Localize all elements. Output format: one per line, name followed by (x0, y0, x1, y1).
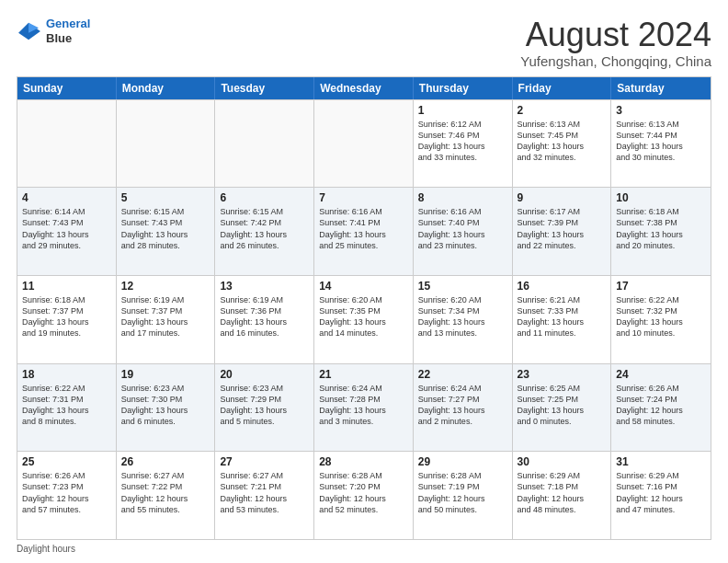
day-info: Sunrise: 6:28 AM Sunset: 7:19 PM Dayligh… (418, 470, 507, 515)
main-title: August 2024 (520, 17, 711, 53)
day-number: 21 (319, 368, 408, 381)
day-info: Sunrise: 6:18 AM Sunset: 7:37 PM Dayligh… (22, 294, 111, 339)
day-number: 3 (616, 104, 706, 117)
day-number: 26 (121, 455, 210, 468)
day-info: Sunrise: 6:20 AM Sunset: 7:35 PM Dayligh… (319, 294, 408, 339)
day-number: 7 (319, 191, 408, 204)
day-cell-15: 15Sunrise: 6:20 AM Sunset: 7:34 PM Dayli… (414, 276, 513, 363)
day-number: 17 (616, 280, 706, 293)
day-cell-5: 5Sunrise: 6:15 AM Sunset: 7:43 PM Daylig… (117, 188, 216, 275)
day-number: 22 (418, 368, 507, 381)
day-number: 12 (121, 280, 210, 293)
page: General Blue August 2024 Yufengshan, Cho… (0, 0, 728, 563)
day-info: Sunrise: 6:16 AM Sunset: 7:41 PM Dayligh… (319, 206, 408, 251)
calendar-week-5: 25Sunrise: 6:26 AM Sunset: 7:23 PM Dayli… (17, 451, 711, 539)
day-info: Sunrise: 6:24 AM Sunset: 7:27 PM Dayligh… (418, 383, 507, 428)
day-cell-13: 13Sunrise: 6:19 AM Sunset: 7:36 PM Dayli… (215, 276, 314, 363)
weekday-header-tuesday: Tuesday (215, 77, 314, 99)
day-info: Sunrise: 6:26 AM Sunset: 7:23 PM Dayligh… (22, 470, 111, 515)
day-cell-16: 16Sunrise: 6:21 AM Sunset: 7:33 PM Dayli… (513, 276, 612, 363)
day-number: 2 (518, 104, 607, 117)
day-number: 25 (22, 455, 111, 468)
day-info: Sunrise: 6:15 AM Sunset: 7:43 PM Dayligh… (121, 206, 210, 251)
day-number: 9 (518, 191, 607, 204)
day-info: Sunrise: 6:16 AM Sunset: 7:40 PM Dayligh… (418, 206, 507, 251)
weekday-header-wednesday: Wednesday (314, 77, 414, 99)
day-cell-7: 7Sunrise: 6:16 AM Sunset: 7:41 PM Daylig… (314, 188, 414, 275)
weekday-header-thursday: Thursday (414, 77, 513, 99)
calendar: SundayMondayTuesdayWednesdayThursdayFrid… (17, 76, 711, 540)
day-cell-27: 27Sunrise: 6:27 AM Sunset: 7:21 PM Dayli… (215, 452, 314, 539)
logo-line1: General (46, 17, 90, 30)
day-info: Sunrise: 6:18 AM Sunset: 7:38 PM Dayligh… (616, 206, 706, 251)
day-cell-20: 20Sunrise: 6:23 AM Sunset: 7:29 PM Dayli… (215, 364, 314, 452)
day-info: Sunrise: 6:21 AM Sunset: 7:33 PM Dayligh… (518, 294, 607, 339)
day-cell-25: 25Sunrise: 6:26 AM Sunset: 7:23 PM Dayli… (17, 452, 117, 539)
day-info: Sunrise: 6:12 AM Sunset: 7:46 PM Dayligh… (418, 119, 507, 164)
day-cell-21: 21Sunrise: 6:24 AM Sunset: 7:28 PM Dayli… (314, 364, 414, 452)
day-number: 1 (418, 104, 507, 117)
day-info: Sunrise: 6:22 AM Sunset: 7:32 PM Dayligh… (616, 294, 706, 339)
weekday-header-monday: Monday (117, 77, 216, 99)
day-cell-4: 4Sunrise: 6:14 AM Sunset: 7:43 PM Daylig… (17, 188, 117, 275)
day-cell-19: 19Sunrise: 6:23 AM Sunset: 7:30 PM Dayli… (117, 364, 216, 452)
day-info: Sunrise: 6:24 AM Sunset: 7:28 PM Dayligh… (319, 383, 408, 428)
logo: General Blue (17, 17, 90, 45)
calendar-header: SundayMondayTuesdayWednesdayThursdayFrid… (17, 77, 711, 99)
day-number: 27 (220, 455, 309, 468)
day-cell-3: 3Sunrise: 6:13 AM Sunset: 7:44 PM Daylig… (611, 100, 711, 188)
day-cell-29: 29Sunrise: 6:28 AM Sunset: 7:19 PM Dayli… (414, 452, 513, 539)
day-cell-12: 12Sunrise: 6:19 AM Sunset: 7:37 PM Dayli… (117, 276, 216, 363)
calendar-week-2: 4Sunrise: 6:14 AM Sunset: 7:43 PM Daylig… (17, 187, 711, 275)
day-cell-31: 31Sunrise: 6:29 AM Sunset: 7:16 PM Dayli… (611, 452, 711, 539)
weekday-header-sunday: Sunday (17, 77, 117, 99)
day-number: 10 (616, 191, 706, 204)
day-number: 18 (22, 368, 111, 381)
day-info: Sunrise: 6:29 AM Sunset: 7:18 PM Dayligh… (518, 470, 607, 515)
day-cell-26: 26Sunrise: 6:27 AM Sunset: 7:22 PM Dayli… (117, 452, 216, 539)
day-number: 23 (518, 368, 607, 381)
day-info: Sunrise: 6:14 AM Sunset: 7:43 PM Dayligh… (22, 206, 111, 251)
day-info: Sunrise: 6:13 AM Sunset: 7:45 PM Dayligh… (518, 119, 607, 164)
title-block: August 2024 Yufengshan, Chongqing, China (520, 17, 711, 69)
day-info: Sunrise: 6:19 AM Sunset: 7:36 PM Dayligh… (220, 294, 309, 339)
day-number: 8 (418, 191, 507, 204)
subtitle: Yufengshan, Chongqing, China (520, 53, 711, 69)
empty-cell (17, 100, 117, 188)
day-info: Sunrise: 6:23 AM Sunset: 7:30 PM Dayligh… (121, 383, 210, 428)
day-cell-30: 30Sunrise: 6:29 AM Sunset: 7:18 PM Dayli… (513, 452, 612, 539)
day-cell-28: 28Sunrise: 6:28 AM Sunset: 7:20 PM Dayli… (314, 452, 414, 539)
calendar-week-1: 1Sunrise: 6:12 AM Sunset: 7:46 PM Daylig… (17, 99, 711, 188)
day-number: 4 (22, 191, 111, 204)
calendar-week-4: 18Sunrise: 6:22 AM Sunset: 7:31 PM Dayli… (17, 363, 711, 452)
day-info: Sunrise: 6:25 AM Sunset: 7:25 PM Dayligh… (518, 383, 607, 428)
day-number: 14 (319, 280, 408, 293)
day-number: 24 (616, 368, 706, 381)
day-cell-18: 18Sunrise: 6:22 AM Sunset: 7:31 PM Dayli… (17, 364, 117, 452)
day-info: Sunrise: 6:13 AM Sunset: 7:44 PM Dayligh… (616, 119, 706, 164)
day-info: Sunrise: 6:26 AM Sunset: 7:24 PM Dayligh… (616, 383, 706, 428)
empty-cell (314, 100, 414, 188)
day-cell-6: 6Sunrise: 6:15 AM Sunset: 7:42 PM Daylig… (215, 188, 314, 275)
day-number: 20 (220, 368, 309, 381)
day-cell-10: 10Sunrise: 6:18 AM Sunset: 7:38 PM Dayli… (611, 188, 711, 275)
day-info: Sunrise: 6:27 AM Sunset: 7:21 PM Dayligh… (220, 470, 309, 515)
day-cell-8: 8Sunrise: 6:16 AM Sunset: 7:40 PM Daylig… (414, 188, 513, 275)
weekday-header-friday: Friday (513, 77, 612, 99)
day-number: 29 (418, 455, 507, 468)
empty-cell (117, 100, 216, 188)
logo-line2: Blue (46, 31, 90, 46)
day-number: 6 (220, 191, 309, 204)
day-cell-9: 9Sunrise: 6:17 AM Sunset: 7:39 PM Daylig… (513, 188, 612, 275)
day-info: Sunrise: 6:20 AM Sunset: 7:34 PM Dayligh… (418, 294, 507, 339)
day-number: 31 (616, 455, 706, 468)
day-info: Sunrise: 6:29 AM Sunset: 7:16 PM Dayligh… (616, 470, 706, 515)
day-info: Sunrise: 6:17 AM Sunset: 7:39 PM Dayligh… (518, 206, 607, 251)
day-info: Sunrise: 6:22 AM Sunset: 7:31 PM Dayligh… (22, 383, 111, 428)
day-info: Sunrise: 6:28 AM Sunset: 7:20 PM Dayligh… (319, 470, 408, 515)
header: General Blue August 2024 Yufengshan, Cho… (17, 17, 711, 69)
day-info: Sunrise: 6:23 AM Sunset: 7:29 PM Dayligh… (220, 383, 309, 428)
day-cell-1: 1Sunrise: 6:12 AM Sunset: 7:46 PM Daylig… (414, 100, 513, 188)
day-cell-17: 17Sunrise: 6:22 AM Sunset: 7:32 PM Dayli… (611, 276, 711, 363)
daylight-label: Daylight hours (17, 544, 75, 554)
